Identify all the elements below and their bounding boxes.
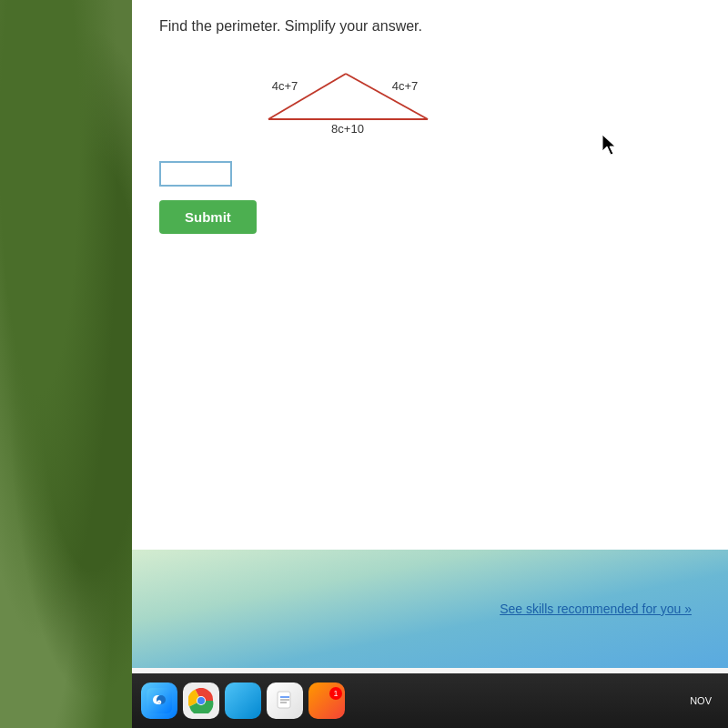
taskbar-chrome-wrap[interactable] [183, 682, 219, 719]
empty-space [132, 270, 728, 550]
svg-text:☻: ☻ [156, 698, 163, 706]
svg-point-11 [197, 697, 205, 704]
taskbar-extra-wrap[interactable]: 1 [308, 682, 345, 719]
finder-icon[interactable]: ☻ [141, 682, 177, 719]
taskbar-doc-wrap[interactable] [267, 682, 303, 719]
side-right-label: 4c+7 [392, 79, 419, 93]
sidebar-decoration [0, 0, 132, 728]
main-content: Find the perimeter. Simplify your answer… [132, 0, 728, 728]
taskbar-month: NOV [690, 694, 712, 707]
question-title: Find the perimeter. Simplify your answer… [159, 18, 701, 35]
taskbar: ☻ [132, 673, 728, 728]
browser-icon[interactable] [225, 682, 261, 719]
taskbar-finder-wrap[interactable]: ☻ [141, 682, 177, 719]
question-area: Find the perimeter. Simplify your answer… [132, 0, 728, 270]
answer-input[interactable] [159, 161, 232, 187]
submit-button[interactable]: Submit [159, 200, 257, 234]
notification-badge: 1 [329, 687, 342, 700]
triangle-diagram: 4c+7 4c+7 8c+10 [187, 57, 701, 143]
triangle-svg: 4c+7 4c+7 8c+10 [187, 57, 478, 139]
chrome-icon[interactable] [183, 682, 219, 719]
taskbar-date: NOV [690, 694, 712, 707]
footer-gradient: See skills recommended for you » [132, 550, 728, 668]
side-bottom-label: 8c+10 [331, 122, 364, 136]
skills-recommended-link[interactable]: See skills recommended for you » [500, 602, 692, 616]
doc-icon[interactable] [267, 682, 303, 719]
side-left-label: 4c+7 [272, 79, 298, 93]
taskbar-browser-wrap[interactable] [225, 682, 261, 719]
